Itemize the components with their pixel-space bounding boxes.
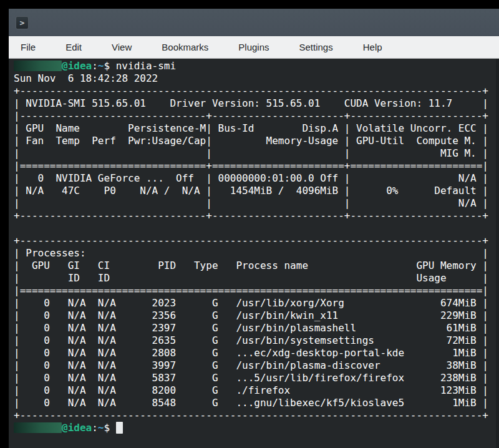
terminal-output-line: +-------------------------------+-------… <box>14 210 499 222</box>
terminal-output-line <box>14 222 499 235</box>
terminal-output-line: | 0 N/A N/A 2808 G ...ec/xdg-desktop-por… <box>14 347 499 359</box>
titlebar[interactable]: > <box>9 9 499 36</box>
terminal-output-line: +---------------------------------------… <box>14 409 499 422</box>
terminal-output-line: | | | N/A | <box>14 197 499 210</box>
terminal-output-line: | N/A 47C P0 N/A / N/A | 1454MiB / 4096M… <box>14 185 499 197</box>
terminal-output-line: Sun Nov 6 18:42:28 2022 <box>14 72 499 85</box>
prompt-host: @idea <box>62 60 92 72</box>
prompt-path: ~ <box>98 422 104 434</box>
text-cursor <box>116 422 123 434</box>
terminal-output-line: | NVIDIA-SMI 515.65.01 Driver Version: 5… <box>14 97 499 110</box>
menu-item-bookmarks[interactable]: Bookmarks <box>153 37 216 57</box>
prompt-path: ~ <box>98 60 104 72</box>
terminal-output-line: | 0 N/A N/A 2356 G /usr/bin/kwin_x11 229… <box>14 309 499 322</box>
terminal-output-line: +---------------------------------------… <box>14 235 499 247</box>
terminal-output-line: | 0 N/A N/A 8200 G ./firefox 123MiB | <box>14 384 499 397</box>
prompt-dollar: $ <box>104 422 110 434</box>
terminal-output-line: |-------------------------------+-------… <box>14 110 499 122</box>
redacted-username-block <box>14 422 62 433</box>
redacted-username-block <box>14 61 62 71</box>
terminal-output-line: | 0 N/A N/A 2023 G /usr/lib/xorg/Xorg 67… <box>14 297 499 309</box>
menu-item-settings[interactable]: Settings <box>291 37 341 57</box>
terminal-output-line: | | | MIG M. | <box>14 147 499 160</box>
prompt-line: @idea:~$ nvidia-smi <box>14 60 499 72</box>
menubar: FileEditViewBookmarksPluginsSettingsHelp <box>9 36 499 59</box>
terminal-output-line: | GPU Name Persistence-M| Bus-Id Disp.A … <box>14 122 499 135</box>
menu-item-view[interactable]: View <box>104 37 140 57</box>
prompt-line: @idea:~$ <box>14 422 499 434</box>
terminal-window-icon: > <box>16 16 29 29</box>
terminal-output-line: | 0 N/A N/A 8548 G ...gnu/libexec/kf5/ki… <box>14 397 499 409</box>
terminal-output-line: | ID ID Usage | <box>14 272 499 285</box>
menu-item-edit[interactable]: Edit <box>57 37 90 57</box>
prompt-host: @idea <box>62 422 92 434</box>
terminal-output-line: +---------------------------------------… <box>14 85 499 97</box>
menu-item-file[interactable]: File <box>12 37 44 57</box>
prompt-colon: : <box>92 60 98 72</box>
menu-item-help[interactable]: Help <box>355 37 390 57</box>
chevron-right-icon: > <box>20 19 25 27</box>
scrollbar-track[interactable] <box>496 59 499 448</box>
terminal-output-line: |=======================================… <box>14 285 499 297</box>
terminal-output-line: | Fan Temp Perf Pwr:Usage/Cap| Memory-Us… <box>14 135 499 147</box>
konsole-window: > FileEditViewBookmarksPluginsSettingsHe… <box>9 9 499 448</box>
terminal-output-line: | 0 N/A N/A 2397 G /usr/bin/plasmashell … <box>14 322 499 334</box>
terminal-output-line: | 0 N/A N/A 2635 G /usr/bin/systemsettin… <box>14 334 499 347</box>
menu-item-plugins[interactable]: Plugins <box>230 37 277 57</box>
terminal-output-line: | 0 NVIDIA GeForce ... Off | 00000000:01… <box>14 172 499 185</box>
terminal-output-line: | 0 N/A N/A 5837 G ...5/usr/lib/firefox/… <box>14 372 499 384</box>
terminal-output: @idea:~$ nvidia-smiSun Nov 6 18:42:28 20… <box>14 60 499 434</box>
terminal-output-line: | GPU GI CI PID Type Process name GPU Me… <box>14 260 499 272</box>
terminal-viewport[interactable]: @idea:~$ nvidia-smiSun Nov 6 18:42:28 20… <box>9 59 499 448</box>
prompt-dollar: $ <box>104 60 110 72</box>
terminal-output-line: |===============================+=======… <box>14 160 499 172</box>
terminal-output-line: | Processes: | <box>14 247 499 260</box>
prompt-colon: : <box>92 422 98 434</box>
prompt-command: nvidia-smi <box>110 60 176 72</box>
terminal-output-line: | 0 N/A N/A 3997 G /usr/bin/plasma-disco… <box>14 359 499 372</box>
